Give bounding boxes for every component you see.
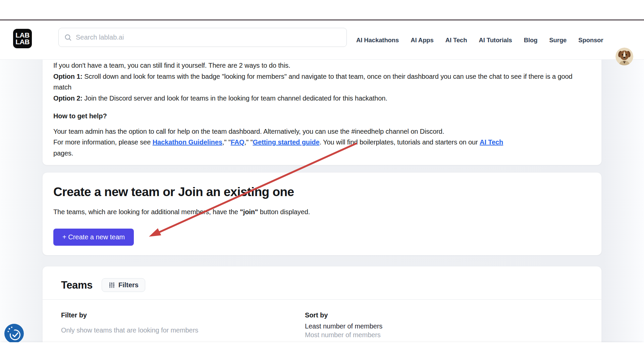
create-new-team-button[interactable]: + Create a new team bbox=[53, 229, 134, 246]
teams-card: Teams Filters Filter by Only show teams … bbox=[42, 266, 602, 342]
ai-tech-link[interactable]: AI Tech bbox=[480, 138, 503, 146]
subtitle-post: button displayed. bbox=[258, 208, 310, 216]
logo-text-line1: LAB bbox=[15, 32, 30, 39]
sort-option-most-members[interactable]: Most number of members bbox=[305, 330, 382, 339]
filters-button[interactable]: Filters bbox=[102, 278, 145, 292]
user-avatar[interactable] bbox=[615, 48, 633, 65]
option2-text: Join the Discord server and look for tea… bbox=[83, 95, 387, 102]
nav-link-sponsor[interactable]: Sponsor bbox=[578, 37, 603, 44]
bottom-whitespace bbox=[0, 342, 644, 362]
search-input[interactable] bbox=[76, 34, 341, 41]
filters-button-label: Filters bbox=[118, 281, 139, 289]
nav-link-ai-apps[interactable]: AI Apps bbox=[411, 37, 434, 44]
filter-panel: Filter by Only show teams that are looki… bbox=[43, 300, 601, 342]
faq-link[interactable]: FAQ bbox=[231, 138, 245, 146]
search-bar[interactable] bbox=[58, 28, 347, 47]
sort-by-column: Sort by Least number of members Most num… bbox=[305, 311, 382, 339]
dog-avatar-icon bbox=[615, 48, 633, 65]
nav-link-ai-tech[interactable]: AI Tech bbox=[445, 37, 467, 44]
help-sep1: ," " bbox=[222, 138, 231, 146]
lablab-logo[interactable]: LAB LAB bbox=[13, 29, 32, 48]
team-info-card: If you don't have a team, you can still … bbox=[42, 60, 602, 165]
nav-link-ai-tutorials[interactable]: AI Tutorials bbox=[479, 37, 512, 44]
help-line1: Your team admin has the option to call f… bbox=[53, 128, 444, 135]
help-sep3: . You will find boilerplates, tutorials … bbox=[320, 138, 480, 146]
find-team-intro-text: If you don't have a team, you can still … bbox=[53, 62, 290, 69]
main-nav: AI Hackathons AI Apps AI Tech AI Tutoria… bbox=[356, 20, 603, 60]
create-team-subtitle: The teams, which are looking for additio… bbox=[53, 206, 591, 218]
help-sep2: ," " bbox=[245, 138, 253, 146]
help-paragraph: Your team admin has the option to call f… bbox=[53, 126, 591, 159]
logo-text-line2: LAB bbox=[15, 39, 30, 45]
option1-text: Scroll down and look for teams with the … bbox=[53, 73, 573, 91]
teams-card-header: Teams Filters bbox=[43, 266, 601, 292]
create-team-card: Create a new team or Join an existing on… bbox=[42, 172, 602, 255]
subtitle-pre: The teams, which are looking for additio… bbox=[53, 208, 240, 216]
filter-option-looking-for-members[interactable]: Only show teams that are looking for mem… bbox=[61, 326, 198, 335]
option2-label: Option 2: bbox=[53, 95, 83, 102]
nav-link-surge[interactable]: Surge bbox=[549, 37, 567, 44]
teams-title: Teams bbox=[61, 279, 93, 291]
find-team-intro: If you don't have a team, you can still … bbox=[53, 60, 591, 104]
sort-by-label: Sort by bbox=[305, 311, 382, 319]
option1-label: Option 1: bbox=[53, 73, 83, 80]
subtitle-join-bold: "join" bbox=[240, 208, 258, 216]
help-line2-pre: For more information, please see bbox=[53, 138, 153, 146]
create-team-title: Create a new team or Join an existing on… bbox=[53, 185, 591, 199]
search-icon bbox=[64, 34, 72, 42]
filter-by-label: Filter by bbox=[61, 311, 198, 319]
site-header: LAB LAB AI Hackathons AI Apps AI Tech AI… bbox=[0, 20, 644, 60]
help-heading: How to get help? bbox=[53, 111, 591, 122]
page: LAB LAB AI Hackathons AI Apps AI Tech AI… bbox=[0, 0, 644, 362]
getting-started-guide-link[interactable]: Getting started guide bbox=[253, 138, 319, 146]
cookie-icon bbox=[4, 324, 24, 343]
page-content: If you don't have a team, you can still … bbox=[0, 60, 644, 342]
hackathon-guidelines-link[interactable]: Hackathon Guidelines bbox=[153, 138, 222, 146]
help-line3: pages. bbox=[53, 149, 73, 157]
cookie-consent-widget[interactable] bbox=[4, 324, 24, 343]
nav-link-blog[interactable]: Blog bbox=[524, 37, 538, 44]
sort-option-least-members[interactable]: Least number of members bbox=[305, 322, 382, 330]
nav-link-ai-hackathons[interactable]: AI Hackathons bbox=[356, 37, 399, 44]
filter-by-column: Filter by Only show teams that are looki… bbox=[61, 311, 198, 335]
filters-icon bbox=[108, 282, 115, 289]
